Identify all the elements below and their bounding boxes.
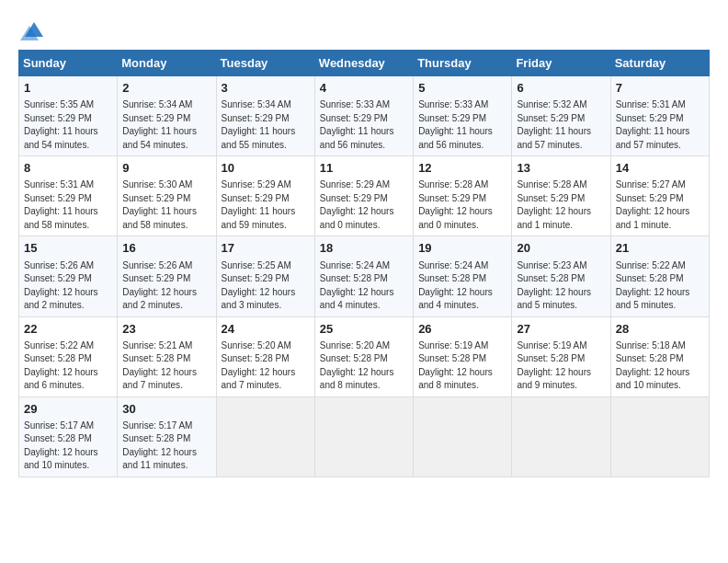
calendar-cell: 25Sunrise: 5:20 AMSunset: 5:28 PMDayligh… [314, 316, 413, 396]
calendar-week-4: 22Sunrise: 5:22 AMSunset: 5:28 PMDayligh… [19, 316, 710, 396]
calendar-week-1: 1Sunrise: 5:35 AMSunset: 5:29 PMDaylight… [19, 76, 710, 156]
day-info: Sunrise: 5:22 AMSunset: 5:28 PMDaylight:… [24, 339, 112, 393]
day-number: 30 [122, 401, 210, 418]
logo-icon [20, 18, 48, 40]
calendar-cell: 3Sunrise: 5:34 AMSunset: 5:29 PMDaylight… [216, 76, 314, 156]
calendar-cell: 6Sunrise: 5:32 AMSunset: 5:29 PMDaylight… [512, 76, 610, 156]
calendar-cell: 11Sunrise: 5:29 AMSunset: 5:29 PMDayligh… [314, 156, 413, 236]
calendar-cell: 28Sunrise: 5:18 AMSunset: 5:28 PMDayligh… [610, 316, 709, 396]
day-info: Sunrise: 5:28 AMSunset: 5:29 PMDaylight:… [517, 178, 605, 232]
day-number: 6 [517, 80, 605, 97]
day-info: Sunrise: 5:21 AMSunset: 5:28 PMDaylight:… [122, 339, 210, 393]
day-number: 28 [616, 321, 704, 338]
calendar-cell: 23Sunrise: 5:21 AMSunset: 5:28 PMDayligh… [118, 316, 216, 396]
page-header [18, 18, 710, 40]
day-number: 7 [616, 80, 704, 97]
day-number: 21 [616, 240, 704, 257]
calendar-cell: 15Sunrise: 5:26 AMSunset: 5:29 PMDayligh… [19, 236, 118, 316]
calendar-cell: 18Sunrise: 5:24 AMSunset: 5:28 PMDayligh… [314, 236, 413, 316]
day-info: Sunrise: 5:29 AMSunset: 5:29 PMDaylight:… [222, 178, 310, 232]
day-info: Sunrise: 5:29 AMSunset: 5:29 PMDaylight:… [320, 178, 408, 232]
calendar-cell: 13Sunrise: 5:28 AMSunset: 5:29 PMDayligh… [512, 156, 610, 236]
calendar-cell: 8Sunrise: 5:31 AMSunset: 5:29 PMDaylight… [19, 156, 118, 236]
calendar-cell: 17Sunrise: 5:25 AMSunset: 5:29 PMDayligh… [216, 236, 314, 316]
calendar-cell: 1Sunrise: 5:35 AMSunset: 5:29 PMDaylight… [19, 76, 118, 156]
header-day-friday: Friday [512, 51, 610, 76]
day-number: 18 [320, 240, 408, 257]
day-info: Sunrise: 5:20 AMSunset: 5:28 PMDaylight:… [320, 339, 408, 393]
header-day-monday: Monday [118, 51, 216, 76]
calendar-cell [512, 396, 610, 477]
day-number: 23 [122, 321, 210, 338]
day-info: Sunrise: 5:24 AMSunset: 5:28 PMDaylight:… [320, 259, 408, 313]
calendar-cell: 7Sunrise: 5:31 AMSunset: 5:29 PMDaylight… [610, 76, 709, 156]
day-info: Sunrise: 5:32 AMSunset: 5:29 PMDaylight:… [517, 98, 605, 152]
calendar-week-2: 8Sunrise: 5:31 AMSunset: 5:29 PMDaylight… [19, 156, 710, 236]
day-number: 15 [24, 240, 112, 257]
day-info: Sunrise: 5:27 AMSunset: 5:29 PMDaylight:… [616, 178, 704, 232]
day-info: Sunrise: 5:31 AMSunset: 5:29 PMDaylight:… [24, 178, 112, 232]
day-number: 19 [418, 240, 506, 257]
calendar-cell: 27Sunrise: 5:19 AMSunset: 5:28 PMDayligh… [512, 316, 610, 396]
day-number: 10 [222, 160, 310, 177]
calendar-cell: 16Sunrise: 5:26 AMSunset: 5:29 PMDayligh… [118, 236, 216, 316]
calendar-week-3: 15Sunrise: 5:26 AMSunset: 5:29 PMDayligh… [19, 236, 710, 316]
day-info: Sunrise: 5:17 AMSunset: 5:28 PMDaylight:… [122, 419, 210, 473]
calendar-cell [216, 396, 314, 477]
day-number: 3 [222, 80, 310, 97]
calendar-cell [314, 396, 413, 477]
logo [18, 18, 50, 40]
calendar-cell [414, 396, 512, 477]
day-info: Sunrise: 5:34 AMSunset: 5:29 PMDaylight:… [222, 98, 310, 152]
header-day-tuesday: Tuesday [216, 51, 314, 76]
calendar-cell: 9Sunrise: 5:30 AMSunset: 5:29 PMDaylight… [118, 156, 216, 236]
calendar-cell: 26Sunrise: 5:19 AMSunset: 5:28 PMDayligh… [414, 316, 512, 396]
day-number: 5 [418, 80, 506, 97]
calendar-week-5: 29Sunrise: 5:17 AMSunset: 5:28 PMDayligh… [19, 396, 710, 477]
day-info: Sunrise: 5:22 AMSunset: 5:28 PMDaylight:… [616, 259, 704, 313]
calendar-cell: 21Sunrise: 5:22 AMSunset: 5:28 PMDayligh… [610, 236, 709, 316]
day-info: Sunrise: 5:19 AMSunset: 5:28 PMDaylight:… [517, 339, 605, 393]
calendar-cell: 14Sunrise: 5:27 AMSunset: 5:29 PMDayligh… [610, 156, 709, 236]
day-info: Sunrise: 5:31 AMSunset: 5:29 PMDaylight:… [616, 98, 704, 152]
day-number: 12 [418, 160, 506, 177]
day-info: Sunrise: 5:34 AMSunset: 5:29 PMDaylight:… [122, 98, 210, 152]
calendar-table: SundayMondayTuesdayWednesdayThursdayFrid… [18, 50, 710, 477]
calendar-cell: 2Sunrise: 5:34 AMSunset: 5:29 PMDaylight… [118, 76, 216, 156]
calendar-cell: 10Sunrise: 5:29 AMSunset: 5:29 PMDayligh… [216, 156, 314, 236]
day-info: Sunrise: 5:17 AMSunset: 5:28 PMDaylight:… [24, 419, 112, 473]
day-number: 22 [24, 321, 112, 338]
calendar-cell: 5Sunrise: 5:33 AMSunset: 5:29 PMDaylight… [414, 76, 512, 156]
calendar-header-row: SundayMondayTuesdayWednesdayThursdayFrid… [19, 51, 710, 76]
day-info: Sunrise: 5:33 AMSunset: 5:29 PMDaylight:… [320, 98, 408, 152]
calendar-cell: 4Sunrise: 5:33 AMSunset: 5:29 PMDaylight… [314, 76, 413, 156]
day-number: 2 [122, 80, 210, 97]
calendar-cell: 20Sunrise: 5:23 AMSunset: 5:28 PMDayligh… [512, 236, 610, 316]
calendar-cell: 19Sunrise: 5:24 AMSunset: 5:28 PMDayligh… [414, 236, 512, 316]
calendar-cell: 30Sunrise: 5:17 AMSunset: 5:28 PMDayligh… [118, 396, 216, 477]
header-day-sunday: Sunday [19, 51, 118, 76]
calendar-cell: 12Sunrise: 5:28 AMSunset: 5:29 PMDayligh… [414, 156, 512, 236]
calendar-cell: 24Sunrise: 5:20 AMSunset: 5:28 PMDayligh… [216, 316, 314, 396]
day-info: Sunrise: 5:30 AMSunset: 5:29 PMDaylight:… [122, 178, 210, 232]
day-number: 20 [517, 240, 605, 257]
day-info: Sunrise: 5:26 AMSunset: 5:29 PMDaylight:… [24, 259, 112, 313]
day-info: Sunrise: 5:28 AMSunset: 5:29 PMDaylight:… [418, 178, 506, 232]
day-number: 27 [517, 321, 605, 338]
day-number: 25 [320, 321, 408, 338]
day-number: 1 [24, 80, 112, 97]
header-day-wednesday: Wednesday [314, 51, 413, 76]
day-number: 17 [222, 240, 310, 257]
calendar-cell: 29Sunrise: 5:17 AMSunset: 5:28 PMDayligh… [19, 396, 118, 477]
day-info: Sunrise: 5:20 AMSunset: 5:28 PMDaylight:… [222, 339, 310, 393]
day-info: Sunrise: 5:26 AMSunset: 5:29 PMDaylight:… [122, 259, 210, 313]
day-number: 16 [122, 240, 210, 257]
day-number: 14 [616, 160, 704, 177]
day-info: Sunrise: 5:25 AMSunset: 5:29 PMDaylight:… [222, 259, 310, 313]
day-number: 26 [418, 321, 506, 338]
day-info: Sunrise: 5:23 AMSunset: 5:28 PMDaylight:… [517, 259, 605, 313]
day-number: 29 [24, 401, 112, 418]
day-number: 9 [122, 160, 210, 177]
day-info: Sunrise: 5:35 AMSunset: 5:29 PMDaylight:… [24, 98, 112, 152]
header-day-saturday: Saturday [610, 51, 709, 76]
